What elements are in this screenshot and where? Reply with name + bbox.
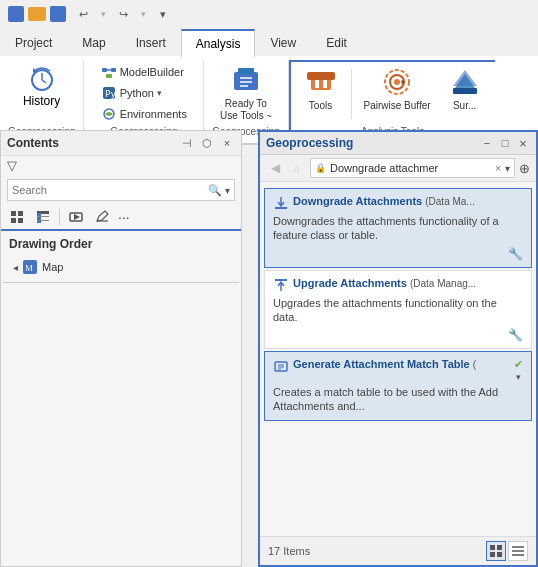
tools-btn[interactable]: Tools xyxy=(299,64,343,114)
contents-header: Contents ⊣ ⬡ × xyxy=(1,131,241,156)
tool-header-generate: Generate Attachment Match Table ( ✔ ▾ xyxy=(273,358,523,382)
python-dropdown[interactable]: ▾ xyxy=(157,88,162,98)
contents-pin2-btn[interactable]: ⬡ xyxy=(199,135,215,151)
view-grid-btn[interactable] xyxy=(486,541,506,561)
svg-rect-25 xyxy=(11,211,16,216)
layer-expand-arrow[interactable]: ◂ xyxy=(13,262,18,273)
group-analysis: Tools Pairwise Buffer xyxy=(289,60,495,139)
svg-rect-30 xyxy=(37,213,41,223)
modelbuilder-btn[interactable]: ModelBuilder xyxy=(97,62,191,82)
tool-desc-upgrade: Upgrades the attachments functionality o… xyxy=(273,296,523,325)
svg-rect-44 xyxy=(490,545,495,550)
environments-btn[interactable]: Environments xyxy=(97,104,191,124)
tool-cat-downgrade: (Data Ma... xyxy=(425,196,474,207)
edit-btn[interactable] xyxy=(92,207,112,227)
tool-arrow-btn[interactable]: ▾ xyxy=(516,372,521,382)
tool-icon-downgrade xyxy=(273,195,289,211)
modelbuilder-label: ModelBuilder xyxy=(120,66,184,78)
raster-btn[interactable] xyxy=(66,207,86,227)
history-icon xyxy=(26,62,58,94)
pairwise-buffer-btn[interactable]: Pairwise Buffer xyxy=(360,64,435,114)
tool-check-btn[interactable]: ✔ xyxy=(514,358,523,371)
surfaces-label: Sur... xyxy=(453,100,476,112)
svg-rect-2 xyxy=(102,68,107,72)
contents-close-btn[interactable]: × xyxy=(219,135,235,151)
svg-rect-15 xyxy=(307,72,335,80)
tool-actions-upgrade: 🔧 xyxy=(273,328,523,342)
svg-rect-38 xyxy=(275,207,287,209)
tab-map[interactable]: Map xyxy=(67,28,120,56)
gp-bc-close-btn[interactable]: × xyxy=(495,163,501,174)
tool-name-upgrade: Upgrade Attachments (Data Manag... xyxy=(293,277,523,289)
list-view-btn[interactable] xyxy=(7,207,27,227)
svg-rect-3 xyxy=(111,68,116,72)
gp-footer: 17 Items xyxy=(260,536,536,565)
python-btn[interactable]: Py Python ▾ xyxy=(97,83,191,103)
tool-icon-upgrade xyxy=(273,277,289,293)
more-toolbar-btn[interactable]: ··· xyxy=(118,209,130,225)
gp-restore-btn[interactable]: □ xyxy=(498,136,512,150)
tool-name-generate: Generate Attachment Match Table ( xyxy=(293,358,510,370)
title-bar: ↩ ▾ ↪ ▾ ▾ xyxy=(0,0,538,28)
python-label: Python xyxy=(120,87,154,99)
python-icon: Py xyxy=(101,85,117,101)
svg-rect-17 xyxy=(323,80,327,88)
gp-header: Geoprocessing − □ × xyxy=(260,132,536,155)
tab-analysis[interactable]: Analysis xyxy=(181,29,256,57)
surfaces-btn[interactable]: Sur... xyxy=(443,64,487,114)
tab-insert[interactable]: Insert xyxy=(121,28,181,56)
title-bar-icons xyxy=(8,6,66,22)
pairwise-buffer-icon xyxy=(381,66,413,98)
more-btn[interactable]: ▾ xyxy=(154,5,172,23)
gp-panel-title: Geoprocessing xyxy=(266,136,353,150)
svg-point-20 xyxy=(394,79,400,85)
ribbon-tabs: Project Map Insert Analysis View Edit xyxy=(0,28,538,56)
ribbon: Project Map Insert Analysis View Edit xyxy=(0,28,538,145)
tool-name-downgrade: Downgrade Attachments (Data Ma... xyxy=(293,195,523,207)
gp-view-buttons xyxy=(486,541,528,561)
undo-btn[interactable]: ↩ xyxy=(74,5,92,23)
contents-toolbar: ··· xyxy=(1,205,241,231)
gp-close-btn[interactable]: × xyxy=(516,136,530,150)
tab-edit[interactable]: Edit xyxy=(311,28,362,56)
ready-use-icon xyxy=(230,64,262,96)
layer-item-partial xyxy=(3,277,239,283)
gp-minimize-btn[interactable]: − xyxy=(480,136,494,150)
filter-icon[interactable]: ▽ xyxy=(7,158,17,173)
gp-home-btn[interactable]: ⌂ xyxy=(288,159,306,177)
tab-project[interactable]: Project xyxy=(0,28,67,56)
geoprocessing-panel: Geoprocessing − □ × ◀ ⌂ 🔒 Downgrade atta… xyxy=(258,130,538,567)
tool-cat-generate: ( xyxy=(473,359,476,370)
contents-pin-btn[interactable]: ⊣ xyxy=(179,135,195,151)
save-icon xyxy=(50,6,66,22)
history-btn[interactable]: History xyxy=(23,62,60,108)
gp-add-tab-btn[interactable]: ⊕ xyxy=(519,161,530,176)
contents-controls: ⊣ ⬡ × xyxy=(179,135,235,151)
search-dropdown[interactable]: ▾ xyxy=(225,185,230,196)
tool-item-upgrade[interactable]: Upgrade Attachments (Data Manag... Upgra… xyxy=(264,270,532,350)
ready-use-btn[interactable]: Ready ToUse Tools ~ xyxy=(216,62,276,124)
undo-arrow[interactable]: ▾ xyxy=(94,5,112,23)
layer-item-map[interactable]: ◂ M Map xyxy=(1,257,241,277)
tool-cat-upgrade: (Data Manag... xyxy=(410,278,476,289)
gp-back-btn[interactable]: ◀ xyxy=(266,159,284,177)
folder-icon xyxy=(28,7,46,21)
redo-arrow[interactable]: ▾ xyxy=(134,5,152,23)
redo-btn[interactable]: ↪ xyxy=(114,5,132,23)
svg-rect-10 xyxy=(238,68,254,74)
drawing-order-label: Drawing Order xyxy=(1,231,241,257)
tool-action-icons: ✔ ▾ xyxy=(514,358,523,382)
environments-icon xyxy=(101,106,117,122)
table-view-btn[interactable] xyxy=(33,207,53,227)
search-icon: 🔍 xyxy=(208,184,222,197)
tool-item-downgrade[interactable]: Downgrade Attachments (Data Ma... Downgr… xyxy=(264,188,532,268)
group-tools: ModelBuilder Py Python ▾ xyxy=(84,60,204,139)
tool-item-generate[interactable]: Generate Attachment Match Table ( ✔ ▾ Cr… xyxy=(264,351,532,421)
gp-bc-dropdown[interactable]: ▾ xyxy=(505,163,510,174)
environments-label: Environments xyxy=(120,108,187,120)
svg-rect-47 xyxy=(497,552,502,557)
tab-view[interactable]: View xyxy=(255,28,311,56)
view-list-btn[interactable] xyxy=(508,541,528,561)
search-input[interactable] xyxy=(12,184,205,196)
group-ready-use: Ready ToUse Tools ~ Geoprocessing xyxy=(204,60,288,139)
